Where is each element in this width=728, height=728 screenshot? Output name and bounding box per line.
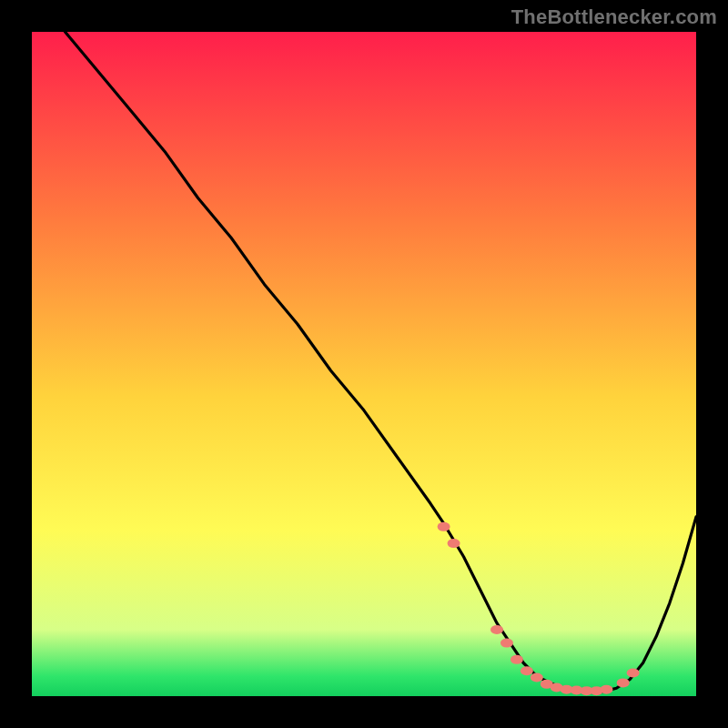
optimal-marker [627, 668, 640, 677]
attribution-watermark: TheBottlenecker.com [511, 5, 717, 29]
chart-plot-area [32, 32, 696, 696]
optimal-marker [617, 678, 630, 687]
optimal-marker [521, 666, 533, 675]
optimal-marker [490, 625, 503, 634]
optimal-marker [438, 522, 450, 531]
chart-svg [32, 32, 696, 696]
optimal-marker [511, 655, 523, 664]
optimal-marker [500, 639, 513, 648]
optimal-marker [448, 539, 460, 548]
chart-gradient-background [32, 32, 696, 696]
chart-frame: TheBottlenecker.com [0, 0, 728, 728]
optimal-marker [531, 673, 543, 682]
optimal-marker [600, 685, 612, 694]
